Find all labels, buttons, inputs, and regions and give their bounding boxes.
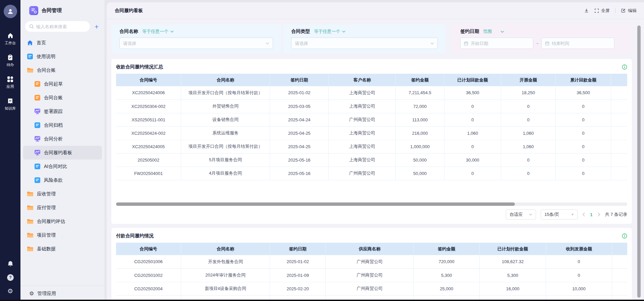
chart-purple-icon	[35, 136, 40, 142]
sidebar-item-risk-clauses[interactable]: 风险条款	[23, 173, 102, 187]
filter-signing-date: 签约日期 范围 ~	[452, 24, 632, 54]
contract-name-select-input[interactable]	[123, 41, 266, 46]
table-row[interactable]: XC20250424006项目开发开口合同（按每月结算付款）2025-01-02…	[116, 86, 627, 100]
end-date-field[interactable]	[552, 41, 611, 46]
horizontal-scrollbar-thumb[interactable]	[116, 202, 515, 206]
folder-icon	[27, 233, 33, 238]
table-cell: 1,060	[501, 140, 556, 153]
info-icon[interactable]	[622, 233, 627, 239]
sidebar-item-receivable-mgmt[interactable]: 应收管理	[23, 187, 102, 201]
sidebar-item-ai-contract-compare[interactable]: AI合同对比	[23, 160, 102, 173]
sidebar-item-contract-ledger-folder[interactable]: 合同台账	[23, 63, 102, 77]
table-row[interactable]: XS20250511-001设备销售合同2025-04-24广州商贸公司113,…	[116, 113, 627, 126]
sidebar-item-signing-tracking[interactable]: 签署跟踪	[23, 105, 102, 118]
rail-item-workbench[interactable]: 工作台	[5, 32, 16, 46]
column-header: 签约日期	[270, 74, 329, 86]
contract-type-select-input[interactable]	[295, 41, 430, 46]
sidebar-search[interactable]	[25, 21, 90, 32]
contract-type-select[interactable]	[291, 38, 438, 49]
sidebar-item-base-data[interactable]: 基础数据	[23, 242, 102, 256]
chart-purple-icon	[35, 150, 40, 156]
table-cell: 4月项目服务合同	[181, 167, 270, 180]
table-row[interactable]: 2025050025月项目服务合同2025-05-16上海商贸公司50,0003…	[116, 153, 627, 167]
column-header: 已计划回款金额	[444, 74, 501, 86]
search-input[interactable]	[36, 24, 86, 29]
sidebar-item-contract-draft[interactable]: 合同起草	[23, 77, 102, 91]
table-cell: 项目开发开口合同（按每月结算付款）	[181, 86, 270, 100]
table-cell: 上海商贸公司	[329, 153, 396, 167]
current-page[interactable]: 1	[590, 212, 592, 217]
vertical-scrollbar-thumb[interactable]	[637, 25, 641, 298]
column-header: 开票金额	[501, 74, 556, 86]
fullscreen-button[interactable]: 全屏	[594, 8, 610, 14]
fit-mode-select[interactable]: 自适应	[506, 209, 536, 220]
info-icon[interactable]	[622, 64, 627, 70]
next-page-button[interactable]	[597, 213, 600, 217]
condition-label: 范围	[483, 28, 492, 35]
table-row[interactable]: XC20250424005项目开发开口合同（按每月结算付款）2025-04-25…	[116, 140, 627, 153]
contract-name-select[interactable]	[119, 38, 273, 49]
sidebar-item-home[interactable]: 首页	[23, 36, 102, 50]
prev-page-button[interactable]	[582, 213, 585, 217]
table-cell: 2025-03-05	[270, 100, 329, 113]
settings-gear-icon[interactable]: ⚙	[7, 288, 13, 294]
page-title: 合同履约看板	[115, 8, 143, 14]
bottom-edge-strip	[0, 300, 644, 301]
notification-bell-icon[interactable]	[7, 260, 14, 267]
sidebar-item-contract-archive[interactable]: 合同归档	[23, 118, 102, 132]
triangle-down-icon: ▼	[571, 213, 574, 216]
page-size-value: 15条/页	[544, 212, 559, 218]
table-cell: 上海商贸公司	[329, 86, 396, 100]
sidebar-item-contract-ledger[interactable]: 合同台账	[23, 91, 102, 105]
rail-item-todo[interactable]: 待办	[7, 54, 14, 67]
table-row[interactable]: CG2025010022024年审计服务合同2025-01-09广州商贸公司5,…	[116, 268, 627, 282]
sidebar-item-payable-mgmt[interactable]: 应付管理	[23, 201, 102, 215]
payable-section: 付款合同履约情况 合同编号合同名称签约日期供应商名称签约金额已计划付款金额收到发…	[111, 228, 632, 301]
table-cell: CG202502004	[116, 282, 181, 295]
date-range-separator: ~	[536, 41, 539, 46]
gear-icon: ⚙	[29, 291, 34, 296]
condition-dropdown[interactable]: 范围	[483, 28, 504, 35]
sidebar-item-instructions[interactable]: 使用说明	[23, 50, 102, 63]
rail-item-apps[interactable]: 应用	[7, 76, 14, 89]
end-date-input[interactable]	[541, 38, 614, 49]
table-row[interactable]: CG202501006开发外包服务合同2025-01-02广州商贸公司720,0…	[116, 255, 627, 268]
table-cell: 0	[444, 113, 501, 126]
sidebar-item-contract-analysis[interactable]: 合同分析	[23, 132, 102, 146]
table-cell: 0	[556, 153, 611, 167]
start-date-field[interactable]	[471, 41, 530, 46]
help-icon[interactable]: ?	[7, 274, 14, 281]
edit-button[interactable]: 编辑	[621, 8, 637, 14]
table-row[interactable]: XC20250304-002外贸销售合同2025-03-05上海商贸公司72,0…	[116, 100, 627, 113]
user-avatar[interactable]	[4, 5, 17, 18]
rail-item-knowledge[interactable]: AI 知识库	[5, 98, 16, 111]
manage-app-button[interactable]: ⚙ 管理应用	[20, 286, 105, 301]
person-icon	[7, 8, 14, 15]
column-header: 客户名称	[329, 74, 396, 86]
table-row[interactable]: XC20250424-002系统运维服务2025-04-25上海商贸公司216,…	[116, 126, 627, 140]
table-cell: 0	[556, 100, 611, 113]
manage-app-label: 管理应用	[37, 291, 56, 297]
sidebar-item-label: 合同归档	[44, 122, 63, 128]
table-row[interactable]: FW2025040014月项目服务合同2025-05-16广州商贸公司50,00…	[116, 167, 627, 180]
chevron-down-icon	[500, 31, 504, 33]
column-header-spacer	[611, 74, 627, 86]
sidebar-item-performance-dashboard[interactable]: 合同履约看板	[23, 146, 102, 160]
column-header: 签约日期	[270, 243, 326, 255]
table-row[interactable]: CG202502004新项目it设备采购合同2025-02-20广州商贸公司25…	[116, 282, 627, 295]
condition-dropdown[interactable]: 等于任意一个	[314, 28, 345, 35]
start-date-input[interactable]	[460, 38, 533, 49]
table-cell: 2025-01-02	[270, 86, 329, 100]
page-size-select[interactable]: 15条/页 ▼	[541, 209, 578, 220]
table-cell: 50,000	[396, 167, 444, 180]
sidebar-item-performance-evaluation[interactable]: 合同履约评估	[23, 215, 102, 228]
rail-item-label: 知识库	[5, 106, 16, 111]
table-cell: 0	[501, 113, 556, 126]
condition-dropdown[interactable]: 等于任意一个	[142, 28, 174, 35]
sidebar-item-project-mgmt[interactable]: 项目管理	[23, 228, 102, 242]
download-button[interactable]	[584, 8, 589, 13]
table-cell: 216,000	[396, 126, 444, 140]
table-cell: 108,627.32	[480, 255, 546, 268]
table-cell: XC20250424-002	[116, 126, 181, 140]
add-button[interactable]: +	[93, 23, 100, 30]
